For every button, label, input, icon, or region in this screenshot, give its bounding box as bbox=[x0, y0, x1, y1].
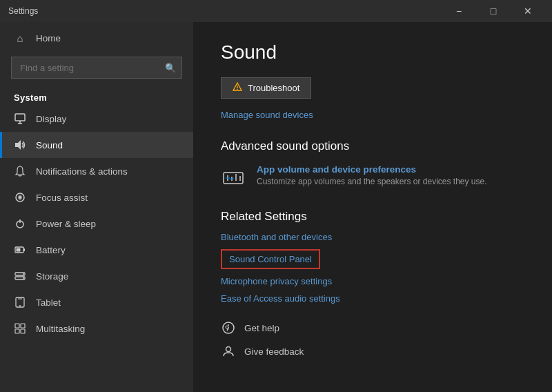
multitasking-icon bbox=[14, 322, 26, 335]
sidebar-item-home[interactable]: ⌂ Home bbox=[0, 25, 193, 51]
svg-rect-19 bbox=[15, 324, 19, 328]
troubleshoot-button[interactable]: Troubleshoot bbox=[221, 77, 311, 99]
svg-rect-0 bbox=[15, 114, 25, 121]
svg-rect-10 bbox=[23, 248, 25, 251]
microphone-privacy-link[interactable]: Microphone privacy settings bbox=[221, 276, 524, 286]
power-icon bbox=[14, 217, 26, 230]
home-icon: ⌂ bbox=[14, 32, 26, 44]
storage-icon bbox=[14, 270, 26, 282]
sidebar-item-multitasking[interactable]: Multitasking bbox=[0, 315, 193, 342]
page-title: Sound bbox=[221, 41, 524, 63]
window-controls: − □ ✕ bbox=[443, 0, 544, 22]
app-title: Settings bbox=[8, 6, 38, 16]
give-feedback-item[interactable]: Give feedback bbox=[221, 344, 524, 359]
sidebar-item-label: Power & sleep bbox=[36, 219, 96, 229]
svg-rect-21 bbox=[15, 329, 19, 333]
sidebar-item-label: Focus assist bbox=[36, 193, 88, 203]
advanced-option-text: App volume and device preferences Custom… bbox=[257, 164, 487, 186]
svg-rect-20 bbox=[21, 324, 25, 328]
sound-control-panel-link[interactable]: Sound Control Panel bbox=[221, 249, 320, 269]
sidebar-item-battery[interactable]: Battery bbox=[0, 237, 193, 263]
manage-sound-link[interactable]: Manage sound devices bbox=[221, 110, 524, 120]
sidebar-item-tablet[interactable]: Tablet bbox=[0, 289, 193, 315]
related-section-title: Related Settings bbox=[221, 210, 524, 224]
focus-icon bbox=[14, 191, 26, 204]
sidebar: ⌂ Home 🔍 System Display bbox=[0, 22, 193, 392]
svg-point-24 bbox=[237, 89, 237, 90]
search-icon: 🔍 bbox=[165, 63, 176, 73]
svg-point-6 bbox=[19, 196, 21, 199]
maximize-button[interactable]: □ bbox=[477, 0, 509, 22]
advanced-option-icon bbox=[221, 166, 246, 190]
sidebar-item-label: Tablet bbox=[36, 297, 61, 308]
sidebar-item-label: Notifications & actions bbox=[36, 166, 128, 177]
sidebar-item-label: Sound bbox=[36, 140, 63, 150]
svg-marker-3 bbox=[15, 140, 21, 150]
sidebar-item-display[interactable]: Display bbox=[0, 106, 193, 132]
svg-rect-22 bbox=[21, 329, 25, 333]
search-box[interactable]: 🔍 bbox=[11, 57, 182, 79]
svg-point-14 bbox=[23, 273, 24, 275]
get-help-label: Get help bbox=[244, 323, 279, 333]
sidebar-item-power[interactable]: Power & sleep bbox=[0, 210, 193, 237]
sound-icon bbox=[14, 139, 26, 151]
battery-icon bbox=[14, 244, 26, 256]
get-help-icon bbox=[221, 320, 236, 335]
search-input[interactable] bbox=[17, 63, 165, 73]
svg-point-15 bbox=[23, 277, 24, 279]
tablet-icon bbox=[14, 296, 26, 308]
minimize-button[interactable]: − bbox=[443, 0, 475, 22]
sidebar-item-notifications[interactable]: Notifications & actions bbox=[0, 158, 193, 184]
give-feedback-label: Give feedback bbox=[244, 346, 304, 357]
advanced-section-title: Advanced sound options bbox=[221, 139, 524, 153]
notifications-icon bbox=[14, 165, 26, 177]
svg-point-33 bbox=[228, 324, 229, 326]
help-section: Get help Give feedback bbox=[221, 320, 524, 359]
sidebar-item-label: Home bbox=[36, 33, 61, 43]
get-help-item[interactable]: Get help bbox=[221, 320, 524, 335]
svg-rect-11 bbox=[17, 248, 21, 252]
bluetooth-link[interactable]: Bluetooth and other devices bbox=[221, 232, 524, 242]
content-area: Sound Troubleshoot Manage sound devices … bbox=[193, 22, 552, 392]
advanced-option-desc: Customize app volumes and the speakers o… bbox=[257, 177, 487, 186]
svg-point-35 bbox=[226, 347, 231, 352]
troubleshoot-label: Troubleshoot bbox=[248, 83, 299, 93]
give-feedback-icon bbox=[221, 344, 236, 359]
sidebar-item-label: Multitasking bbox=[36, 324, 85, 334]
advanced-option-title[interactable]: App volume and device preferences bbox=[257, 164, 487, 175]
display-icon bbox=[14, 112, 26, 125]
ease-of-access-link[interactable]: Ease of Access audio settings bbox=[221, 293, 524, 304]
sidebar-item-label: Display bbox=[36, 114, 66, 124]
titlebar: Settings − □ ✕ bbox=[0, 0, 552, 22]
close-button[interactable]: ✕ bbox=[512, 0, 544, 22]
app-container: ⌂ Home 🔍 System Display bbox=[0, 22, 552, 392]
sidebar-section-label: System bbox=[0, 87, 193, 106]
warning-icon bbox=[233, 82, 242, 94]
sidebar-item-focus[interactable]: Focus assist bbox=[0, 184, 193, 210]
sidebar-item-storage[interactable]: Storage bbox=[0, 263, 193, 289]
sidebar-item-label: Storage bbox=[36, 271, 68, 282]
svg-point-17 bbox=[19, 305, 21, 306]
advanced-option: App volume and device preferences Custom… bbox=[221, 164, 524, 190]
sidebar-item-label: Battery bbox=[36, 245, 66, 255]
sidebar-item-sound[interactable]: Sound bbox=[0, 132, 193, 158]
